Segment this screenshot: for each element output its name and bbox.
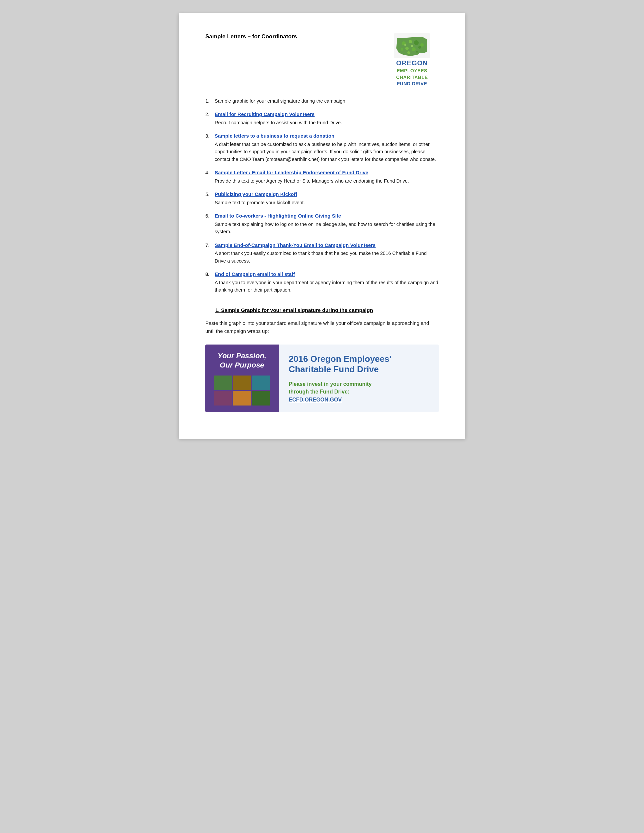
email-signature-banner: Your Passion, Our Purpose 2016 Oregon Em… (205, 344, 439, 412)
list-item-1-desc: Sample graphic for your email signature … (215, 98, 345, 104)
list-item-4-desc: Provide this text to your Agency Head or… (215, 178, 409, 183)
logo-fund-drive: FUND DRIVE (396, 80, 428, 87)
list-item: Email to Co-workers - Highlighting Onlin… (205, 212, 439, 236)
logo-text: OREGON EMPLOYEES CHARITABLE FUND DRIVE (396, 58, 428, 87)
list-item-6-content: Email to Co-workers - Highlighting Onlin… (215, 212, 439, 236)
header-area: Sample Letters – for Coordinators (205, 33, 439, 87)
svg-point-2 (409, 40, 412, 43)
banner-left: Your Passion, Our Purpose (205, 344, 279, 412)
list-item: Email for Recruiting Campaign Volunteers… (205, 111, 439, 126)
list-item-3-link[interactable]: Sample letters to a business to request … (215, 132, 439, 140)
list-item-8-desc: A thank you to everyone in your departme… (215, 280, 438, 293)
list-item: Publicizing your Campaign Kickoff Sample… (205, 191, 439, 206)
list-item-8-link[interactable]: End of Campaign email to all staff (215, 270, 439, 278)
banner-right: 2016 Oregon Employees' Charitable Fund D… (279, 344, 439, 412)
list-item-7-content: Sample End-of-Campaign Thank-You Email t… (215, 241, 439, 265)
list-item-4-content: Sample Letter / Email for Leadership End… (215, 169, 439, 185)
page-title: Sample Letters – for Coordinators (205, 33, 297, 40)
list-item-2-content: Email for Recruiting Campaign Volunteers… (215, 111, 439, 126)
svg-point-5 (412, 47, 416, 51)
svg-point-10 (404, 44, 406, 46)
logo-charitable: CHARITABLE (396, 74, 428, 81)
svg-point-9 (416, 51, 418, 53)
banner-sub-text: Please invest in your community through … (289, 381, 429, 396)
list-item-2-desc: Recruit campaign helpers to assist you w… (215, 120, 342, 125)
items-list: Sample graphic for your email signature … (205, 97, 439, 294)
mosaic-cell-1 (214, 376, 232, 390)
list-item-4-link[interactable]: Sample Letter / Email for Leadership End… (215, 169, 439, 177)
list-item-6-desc: Sample text explaining how to log on to … (215, 222, 435, 235)
banner-link[interactable]: ECFD.OREGON.GOV (289, 397, 429, 403)
svg-point-8 (411, 45, 413, 47)
list-item: Sample letters to a business to request … (205, 132, 439, 163)
list-item: Sample Letter / Email for Leadership End… (205, 169, 439, 185)
logo-oregon: OREGON (396, 58, 428, 68)
page-container: Sample Letters – for Coordinators (179, 13, 465, 439)
banner-main-title: 2016 Oregon Employees' Charitable Fund D… (289, 354, 429, 375)
list-item: Sample graphic for your email signature … (205, 97, 439, 105)
list-item: End of Campaign email to all staff A tha… (205, 270, 439, 294)
logo-area: OREGON EMPLOYEES CHARITABLE FUND DRIVE (385, 33, 439, 87)
oregon-logo-graphic (394, 33, 430, 58)
mosaic-cell-3 (252, 376, 270, 390)
sub-section-intro: Paste this graphic into your standard em… (205, 319, 439, 335)
list-item-5-content: Publicizing your Campaign Kickoff Sample… (215, 191, 439, 206)
list-item-8-content: End of Campaign email to all staff A tha… (215, 270, 439, 294)
list-item-5-link[interactable]: Publicizing your Campaign Kickoff (215, 191, 439, 198)
list-item-3-desc: A draft letter that can be customized to… (215, 142, 436, 162)
banner-mosaic (214, 376, 270, 405)
svg-point-6 (419, 46, 421, 49)
svg-point-3 (414, 40, 419, 45)
list-item-5-desc: Sample text to promote your kickoff even… (215, 200, 305, 205)
svg-point-12 (407, 51, 410, 54)
list-item-7-desc: A short thank you easily customized to t… (215, 251, 427, 264)
sub-section-heading: 1. Sample Graphic for your email signatu… (205, 307, 439, 313)
page-title-area: Sample Letters – for Coordinators (205, 33, 297, 49)
logo-employees: EMPLOYEES (396, 68, 428, 74)
svg-point-11 (420, 43, 423, 47)
mosaic-cell-5 (233, 391, 251, 405)
list-item-1-content: Sample graphic for your email signature … (215, 97, 439, 105)
list-item-7-link[interactable]: Sample End-of-Campaign Thank-You Email t… (215, 241, 439, 249)
sub-heading-number: 1. (215, 307, 221, 313)
list-item: Sample End-of-Campaign Thank-You Email t… (205, 241, 439, 265)
banner-left-title: Your Passion, Our Purpose (218, 351, 266, 370)
mosaic-cell-6 (252, 391, 270, 405)
svg-point-7 (401, 48, 403, 51)
list-item-3-content: Sample letters to a business to request … (215, 132, 439, 163)
mosaic-cell-4 (214, 391, 232, 405)
list-item-6-link[interactable]: Email to Co-workers - Highlighting Onlin… (215, 212, 439, 220)
sub-heading-text: Sample Graphic for your email signature … (221, 307, 373, 313)
sub-section-1: 1. Sample Graphic for your email signatu… (205, 307, 439, 412)
list-item-2-link[interactable]: Email for Recruiting Campaign Volunteers (215, 111, 439, 118)
svg-point-4 (405, 47, 409, 50)
list-section: Sample graphic for your email signature … (205, 97, 439, 294)
mosaic-cell-2 (233, 376, 251, 390)
